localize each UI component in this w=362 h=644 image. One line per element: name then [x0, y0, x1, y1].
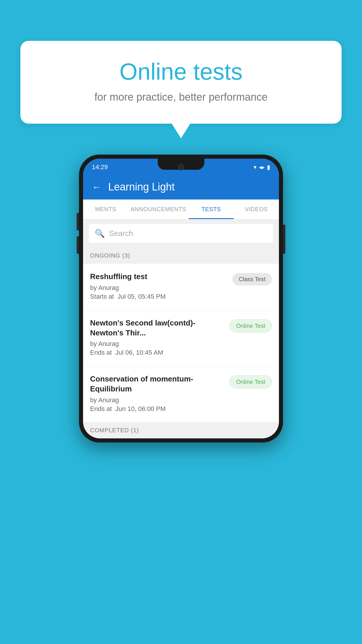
test-title: Reshuffling test [90, 272, 228, 282]
search-placeholder: Search [109, 229, 133, 238]
completed-section-label: COMPLETED (1) [83, 422, 279, 438]
test-time: Starts at Jul 05, 05:45 PM [90, 293, 228, 300]
power-button[interactable] [283, 225, 285, 254]
tab-videos[interactable]: VIDEOS [234, 200, 279, 219]
phone-notch [158, 159, 204, 170]
test-item[interactable]: Reshuffling test by Anurag Starts at Jul… [83, 264, 279, 310]
tab-tests[interactable]: TESTS [189, 200, 234, 219]
signal-icon: ◂▸ [259, 164, 265, 171]
test-item[interactable]: Newton's Second law(contd)-Newton's Thir… [83, 310, 279, 366]
ongoing-section-label: ONGOING (3) [83, 248, 279, 264]
speech-bubble: Online tests for more practice, better p… [20, 41, 342, 124]
test-time: Ends at Jul 06, 10:45 AM [90, 349, 225, 356]
test-badge: Online Test [229, 375, 272, 388]
wifi-icon: ▾ [254, 164, 256, 171]
test-badge: Class Test [232, 273, 272, 286]
test-time: Ends at Jun 10, 06:00 PM [90, 405, 225, 413]
battery-icon: ▮ [267, 164, 270, 171]
volume-up-button[interactable] [77, 213, 79, 230]
app-bar: ← Learning Light [83, 174, 279, 200]
search-bar[interactable]: 🔍 Search [89, 224, 273, 243]
test-info: Conservation of momentum-Equilibrium by … [90, 374, 229, 414]
tab-bar: MENTS ANNOUNCEMENTS TESTS VIDEOS [83, 200, 279, 219]
status-time: 14:29 [92, 163, 108, 171]
test-info: Newton's Second law(contd)-Newton's Thir… [90, 318, 229, 358]
test-title: Newton's Second law(contd)-Newton's Thir… [90, 318, 225, 338]
volume-down-button[interactable] [77, 236, 79, 254]
test-title: Conservation of momentum-Equilibrium [90, 374, 225, 394]
phone-screen: 14:29 ▾ ◂▸ ▮ ← Learning Light MENTS ANNO… [83, 159, 279, 438]
phone-outer: 14:29 ▾ ◂▸ ▮ ← Learning Light MENTS ANNO… [79, 155, 283, 442]
front-camera [178, 164, 184, 170]
speech-bubble-container: Online tests for more practice, better p… [20, 41, 342, 124]
back-button[interactable]: ← [92, 182, 101, 192]
search-container: 🔍 Search [83, 219, 279, 248]
search-icon: 🔍 [95, 229, 105, 238]
tab-assignments[interactable]: MENTS [83, 200, 128, 219]
test-badge: Online Test [229, 319, 272, 332]
bubble-title: Online tests [32, 58, 330, 85]
test-by: by Anurag [90, 340, 225, 348]
tab-announcements[interactable]: ANNOUNCEMENTS [128, 200, 189, 219]
test-item[interactable]: Conservation of momentum-Equilibrium by … [83, 366, 279, 422]
test-by: by Anurag [90, 284, 228, 292]
test-info: Reshuffling test by Anurag Starts at Jul… [90, 272, 232, 302]
phone-mockup: 14:29 ▾ ◂▸ ▮ ← Learning Light MENTS ANNO… [79, 155, 283, 442]
test-list: Reshuffling test by Anurag Starts at Jul… [83, 264, 279, 422]
bubble-subtitle: for more practice, better performance [32, 91, 330, 103]
status-icons: ▾ ◂▸ ▮ [254, 164, 270, 171]
app-title: Learning Light [108, 181, 175, 193]
test-by: by Anurag [90, 396, 225, 404]
